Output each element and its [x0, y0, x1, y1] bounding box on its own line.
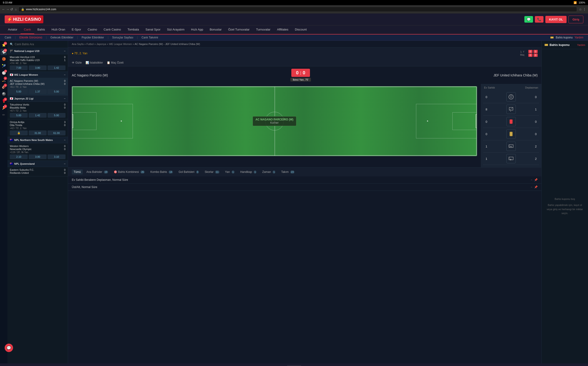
sport-nav-favorites[interactable]: ⭐ 33 [0, 42, 7, 48]
time-weston: +119 / 28', İlk Yarı [10, 151, 66, 153]
help-nav-label[interactable]: Yardım [574, 36, 583, 39]
breadcrumb-japonya[interactable]: Japonya [97, 43, 106, 46]
view-tab-hide[interactable]: 👁 Gizle [72, 61, 82, 64]
address-bar[interactable]: 🔒 www.hizlicasino144.com [18, 7, 577, 12]
help-button[interactable]: 💬 [5, 344, 13, 352]
bet-tab-zaman[interactable]: Zaman 1 [260, 169, 277, 175]
score1-weston: 0 [64, 145, 66, 147]
nav-ozel-turnuvalar[interactable]: Özel Turnuvalar [225, 25, 253, 34]
nav-turnuvalar[interactable]: Turnuvalar [253, 25, 274, 34]
league-npl-nsw[interactable]: 🇦🇺 NPL Northern New South Wales − [8, 137, 68, 143]
sport-nav-tennis[interactable]: 🎾 [0, 63, 7, 69]
odd-tokushima-2[interactable]: 5.00 [47, 113, 66, 118]
nav-canli[interactable]: Canlı [21, 25, 34, 34]
home-icon[interactable]: ⌂ [15, 8, 16, 11]
sport-nav-american-football[interactable]: 🏈 1 [0, 84, 7, 90]
bet-row-1-pin-icon[interactable]: 📌 [534, 178, 538, 182]
browser-menu-button[interactable]: ⋮ [583, 8, 586, 11]
nav-tombala[interactable]: Tombala [124, 25, 142, 34]
sport-nav-billiards[interactable]: 🎱 [0, 91, 7, 97]
login-button[interactable]: Giriş [568, 15, 583, 23]
league-npl-qld[interactable]: 🇦🇺 NPL Queensland − [8, 161, 68, 167]
search-input[interactable] [15, 43, 66, 46]
bet-tab-yari[interactable]: Yarı 1 [223, 169, 237, 175]
subnav-takvim[interactable]: Canlı Takvimi [141, 36, 158, 39]
flag-national: 🏴 [10, 49, 13, 53]
center-content: Ana Sayfa » Futbol » Japonya » WE League… [68, 41, 541, 363]
odd-nagano-1[interactable]: 5.00 [10, 89, 28, 94]
bet-tab-kombo[interactable]: Kombo Bahis 14 [148, 169, 175, 175]
odd-nagano-x[interactable]: 1.37 [29, 89, 47, 94]
odd-omiya-x[interactable]: 31.00 [29, 130, 47, 135]
league-j2[interactable]: 🇯🇵 Japonya J2 Ligi − [8, 96, 68, 102]
bet-row-2-collapse[interactable]: − [531, 185, 532, 189]
bet-tab-all[interactable]: Tümü [72, 169, 83, 175]
time-nagano: +61 / 75', 2. Yarı [10, 86, 66, 88]
match-label: Maç [520, 53, 525, 56]
nav-espor[interactable]: E-Spor [69, 25, 84, 34]
odd-tokushima-x[interactable]: 1.42 [29, 113, 47, 118]
nav-bahis[interactable]: Bahis [34, 25, 48, 34]
nav-sizi-arayalim[interactable]: Sizi Arayalım [164, 25, 188, 34]
nav-affiliates[interactable]: Affiliates [274, 25, 291, 34]
bet-tab-kombinesi[interactable]: 🎯 Bahis Kombinesi 26 [112, 169, 147, 175]
nav-discount[interactable]: Discount [291, 25, 310, 34]
odd-maccabi-2[interactable]: 1.42 [47, 65, 66, 70]
browser-forward-button[interactable]: → [6, 8, 9, 11]
svg-rect-5 [510, 132, 512, 136]
whatsapp-button[interactable]: 💬 [524, 16, 533, 23]
subnav-etkinlik[interactable]: Etkinlik Görünümü [19, 36, 42, 39]
league-we-women[interactable]: 🇯🇵 WE League Women − [8, 72, 68, 78]
breadcrumb-home[interactable]: Ana Sayfa [72, 43, 84, 46]
subnav-populer[interactable]: Popüler Etkinlikler [82, 36, 104, 39]
bet-tab-handikap[interactable]: Handikap 1 [238, 169, 259, 175]
sport-nav-hockey[interactable]: 🏒 4 [0, 77, 7, 83]
view-tab-stats[interactable]: 📊 İstatistikler [85, 61, 103, 64]
browser-refresh-button[interactable]: ↺ [10, 8, 13, 11]
odd-tokushima-1[interactable]: 5.00 [10, 113, 28, 118]
subnav-gelecek[interactable]: Gelecek Etkinlikler [50, 36, 73, 39]
odd-maccabi-1[interactable]: 7.00 [10, 65, 28, 70]
nav-sanal-spor[interactable]: Sanal Spor [142, 25, 164, 34]
sport-nav-tabletennis[interactable]: 🏓 1 [0, 105, 7, 111]
nav-aviator[interactable]: Aviator [5, 25, 21, 34]
stat-away-attempts: 2 [534, 145, 538, 148]
sport-nav-basketball[interactable]: 🏀 [0, 56, 7, 62]
browser-star-button[interactable]: ☆ [579, 8, 582, 11]
sport-nav-other[interactable]: ✏ [0, 112, 7, 118]
odd-maccabi-x[interactable]: 3.80 [29, 65, 47, 70]
bet-tab-ana[interactable]: Ana Bahisler 19 [84, 169, 110, 175]
time-maccabi: +74 / 46', 2. Yarı [10, 62, 66, 65]
bet-slip-help-link[interactable]: Yardım [577, 44, 585, 46]
league-national-u19[interactable]: 🏴 National League U19 − [8, 48, 68, 54]
nav-casino[interactable]: Casino [84, 25, 100, 34]
view-tab-summary[interactable]: 📋 Maç Özeti [107, 61, 123, 64]
nav-canli-casino[interactable]: Canlı Casino [100, 25, 124, 34]
bet-row-1-collapse[interactable]: − [531, 178, 532, 182]
odd-weston-1[interactable]: 2.10 [10, 154, 28, 159]
register-button[interactable]: KAYIT OL [545, 16, 566, 23]
sport-nav-soccer[interactable]: ⚽ 20 [0, 49, 7, 55]
subnav-canli[interactable]: Canlı [5, 36, 11, 39]
odd-omiya-2[interactable]: 61.00 [47, 130, 66, 135]
nav-hizli-app[interactable]: Hızlı App [188, 25, 206, 34]
sport-nav-volleyball[interactable]: 🏐 12 [0, 70, 7, 76]
time-tokushima: +67 / 72', 2. Yarı [10, 109, 66, 112]
half-score-away-2: 0 [534, 53, 538, 57]
breadcrumb-futbol[interactable]: Futbol [86, 43, 94, 46]
breadcrumb-we-women[interactable]: WE League Women [109, 43, 132, 46]
odd-nagano-2[interactable]: 5.00 [47, 89, 66, 94]
sport-nav-boxing[interactable]: 🥊 3 [0, 98, 7, 104]
bet-tab-gol[interactable]: Gol Bahisleri 3 [177, 169, 201, 175]
phone-button[interactable]: 📞 [535, 16, 543, 23]
corner-team-name: AC NAGANO PARCEİRO (W) [255, 118, 293, 121]
odd-weston-x[interactable]: 3.00 [29, 154, 47, 159]
bet-tab-takim[interactable]: Takım 23 [279, 169, 296, 175]
odd-weston-2[interactable]: 3.10 [47, 154, 66, 159]
subnav-sonuclar[interactable]: Sonuçlar Sayfası [112, 36, 133, 39]
nav-hizli-oran[interactable]: Hızlı Oran [48, 25, 69, 34]
browser-back-button[interactable]: ← [2, 8, 5, 11]
nav-bonuslar[interactable]: Bonuslar [206, 25, 225, 34]
bet-tab-skorlar[interactable]: Skorlar 11 [203, 169, 221, 175]
bet-row-2-pin-icon[interactable]: 📌 [534, 185, 538, 189]
